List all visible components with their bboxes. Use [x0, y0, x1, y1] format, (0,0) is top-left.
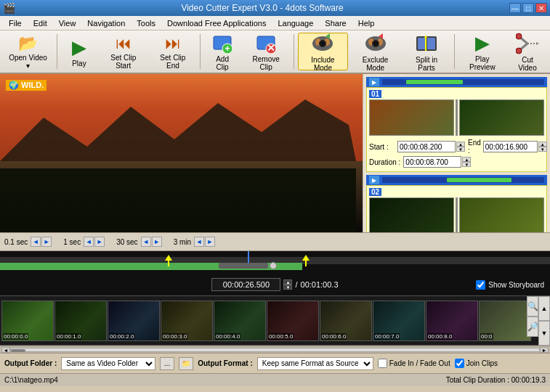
play-preview-button[interactable]: ▶ Play Preview [458, 33, 507, 70]
clip-1-start-down[interactable]: ▼ [456, 147, 465, 152]
menu-navigation[interactable]: Navigation [81, 18, 131, 28]
hscroll-left-button[interactable]: ◄ [1, 347, 10, 353]
zoom-left-1[interactable]: ◄ [31, 237, 41, 247]
clip-1-number: 01 [369, 90, 381, 98]
clip-1-start-up[interactable]: ▲ [456, 142, 465, 147]
split-in-parts-button[interactable]: Split in Parts [403, 33, 450, 70]
clip-2-header: ▶ [366, 175, 547, 185]
open-video-label: Open Video ▾ [8, 54, 48, 70]
storyboard-checkbox[interactable] [476, 280, 485, 290]
maximize-button[interactable]: □ [522, 3, 534, 13]
timeline-controls: 0.1 sec ◄ ► 1 sec ◄ ► 30 sec ◄ ► 3 min ◄… [0, 232, 550, 251]
menu-language[interactable]: Language [272, 18, 319, 28]
thumb-3[interactable]: 00:00:2.0 [108, 301, 160, 341]
zoom-left-3[interactable]: ◄ [141, 237, 151, 247]
menu-file[interactable]: File [3, 18, 28, 28]
clip-1-dur-down[interactable]: ▼ [462, 162, 471, 167]
clip-1-thumbs [369, 99, 544, 136]
clip-2-play-button[interactable]: ▶ [369, 176, 379, 184]
time-down-btn[interactable]: ▼ [283, 285, 292, 290]
zoom-arrows-3: ◄ ► [141, 237, 162, 247]
zoom-out-button[interactable]: 🔎 [527, 317, 538, 337]
clip-1-duration-row: Duration : ▲ ▼ [369, 156, 544, 168]
thumb-1[interactable]: 00:00:0.0 [1, 301, 54, 341]
clip-1-body: 01 Start : ▲ ▼ End : [366, 87, 547, 172]
zoom-right-1[interactable]: ► [41, 237, 52, 247]
clip-1-header: ▶ [366, 77, 547, 87]
horizontal-scrollbar[interactable]: ◄ ► [0, 346, 550, 353]
browse-folder-button[interactable]: ... [160, 357, 174, 370]
clip-1-play-button[interactable]: ▶ [369, 78, 379, 86]
clip-1-start-input[interactable] [397, 141, 456, 152]
set-clip-end-icon: ⏭ [161, 34, 185, 53]
play-button[interactable]: ▶ Play [61, 33, 97, 70]
time-up-btn[interactable]: ▲ [283, 279, 292, 285]
clip-item-2: ▶ 02 Start : [366, 175, 547, 232]
menu-edit[interactable]: Edit [28, 18, 53, 28]
zoom-right-2[interactable]: ► [94, 237, 105, 247]
zoom-right-4[interactable]: ► [205, 237, 215, 247]
menu-help[interactable]: Help [352, 18, 381, 28]
open-video-button[interactable]: 📂 Open Video ▾ [3, 33, 53, 70]
svg-marker-26 [536, 42, 539, 45]
fade-checkbox[interactable] [378, 359, 387, 368]
clip-2-num-row: 02 [369, 188, 544, 196]
clip-1-end-down[interactable]: ▼ [538, 147, 547, 152]
zoom-arrows-1: ◄ ► [31, 237, 52, 247]
current-time-input[interactable] [211, 278, 280, 291]
minimize-button[interactable]: — [509, 3, 521, 13]
open-folder-button[interactable]: 📁 [179, 357, 193, 370]
thumb-4[interactable]: 00:00:3.0 [161, 301, 213, 341]
clip-1-end-up[interactable]: ▲ [538, 142, 547, 147]
zoom-in-button[interactable]: 🔍 [527, 296, 538, 317]
thumb-9[interactable]: 00:00:8.0 [426, 301, 478, 341]
output-folder-select[interactable]: Same as Video Folder [61, 357, 155, 370]
join-checkbox[interactable] [455, 359, 464, 368]
menu-tools[interactable]: Tools [131, 18, 161, 28]
remove-clip-icon: ✕ [254, 33, 278, 54]
toolbar-sep-1 [57, 34, 57, 69]
zoom-right-3[interactable]: ► [152, 237, 162, 247]
hscroll-thumb[interactable] [11, 349, 25, 352]
time-separator: / [295, 280, 297, 289]
set-clip-end-button[interactable]: ⏭ Set Clip End [150, 33, 197, 70]
clip-1-progress [382, 79, 544, 85]
thumb-2[interactable]: 00:00:1.0 [54, 301, 107, 341]
thumb-6[interactable]: 00:00:5.0 [267, 301, 319, 341]
clip-1-end-label: End : [468, 139, 481, 155]
clip-1-duration-input[interactable] [403, 156, 461, 168]
clip-1-end-input[interactable] [483, 141, 538, 152]
close-button[interactable]: ✕ [535, 3, 547, 13]
set-clip-start-button[interactable]: ⏮ Set Clip Start [99, 33, 148, 70]
timeline-marker-end [302, 255, 310, 266]
scrubber-track [219, 263, 268, 269]
thumb-10[interactable]: 00:0 [479, 301, 531, 341]
zoom-left-2[interactable]: ◄ [84, 237, 94, 247]
thumb-8[interactable]: 00:00:7.0 [373, 301, 425, 341]
menu-download[interactable]: Download Free Applications [161, 18, 272, 28]
window-controls: — □ ✕ [509, 3, 547, 13]
cut-video-button[interactable]: Cut Video [508, 33, 547, 70]
scrubber-thumb[interactable] [270, 262, 277, 269]
thumb-9-time: 00:00:8.0 [427, 333, 453, 340]
scroll-up-button[interactable]: ▲ [538, 296, 550, 321]
svg-point-24 [516, 48, 522, 54]
include-mode-button[interactable]: Include Mode [298, 33, 348, 70]
hscroll-right-button[interactable]: ► [540, 347, 549, 353]
zoom-left-4[interactable]: ◄ [194, 237, 204, 247]
remove-clip-button[interactable]: ✕ Remove Clip [242, 33, 290, 70]
include-mode-icon [311, 32, 334, 55]
add-clip-button[interactable]: + Add Clip [204, 33, 240, 70]
set-clip-end-label: Set Clip End [155, 54, 192, 70]
exclude-mode-button[interactable]: Exclude Mode [349, 33, 402, 70]
scrubber-handle[interactable] [219, 261, 277, 270]
thumb-7[interactable]: 00:00:6.0 [320, 301, 372, 341]
thumb-5[interactable]: 00:00:4.0 [214, 301, 266, 341]
scroll-down-button[interactable]: ▼ [538, 321, 550, 346]
menu-share[interactable]: Share [319, 18, 352, 28]
clip-1-dur-up[interactable]: ▲ [462, 157, 471, 162]
timeline-area[interactable]: ▲ ▼ / 00:01:00.3 Show Storyboard [0, 251, 550, 296]
svg-rect-30 [0, 168, 356, 232]
output-format-select[interactable]: Keep same Format as Source [257, 357, 373, 370]
menu-view[interactable]: View [53, 18, 82, 28]
